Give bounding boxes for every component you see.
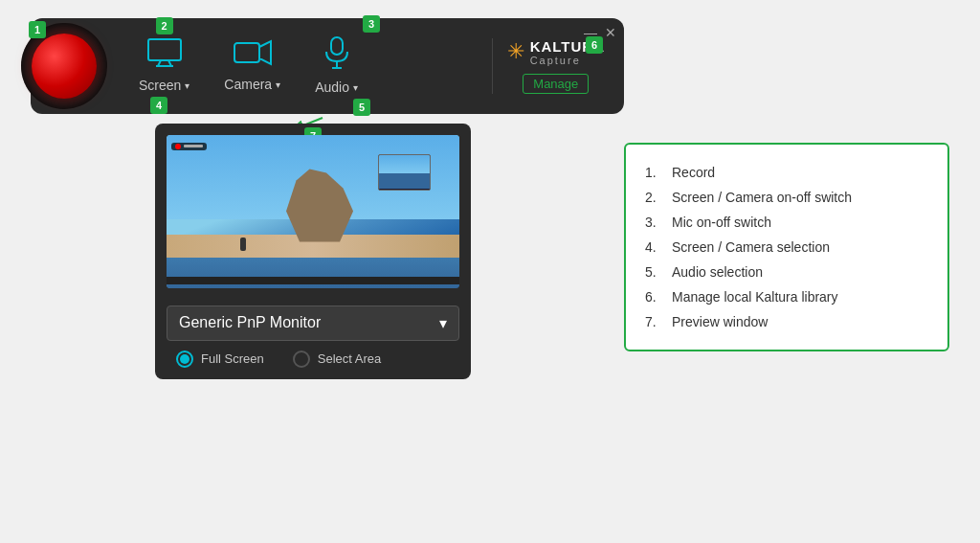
- monitor-chevron-icon: ▾: [439, 314, 447, 332]
- camera-chevron: ▾: [276, 79, 280, 90]
- controls: 2 Screen ▾ 4: [122, 36, 478, 95]
- preview-mini-water: [379, 173, 430, 189]
- screen-chevron: ▾: [185, 80, 189, 91]
- preview-mini-sky: [379, 155, 430, 174]
- manage-link[interactable]: Manage: [523, 74, 589, 94]
- info-item-num: 2.: [645, 190, 664, 205]
- audio-icon: [324, 36, 349, 76]
- badge-1: 1: [29, 21, 46, 38]
- badge-5: 5: [353, 99, 370, 116]
- info-list-item: 6.Manage local Kaltura library: [645, 284, 928, 309]
- badge-2: 2: [156, 17, 173, 34]
- preview-controls-bar: [167, 277, 459, 284]
- info-box: 1.Record2.Screen / Camera on-off switch3…: [624, 143, 949, 351]
- info-item-num: 3.: [645, 215, 664, 230]
- badge-4: 4: [150, 97, 167, 114]
- svg-rect-10: [331, 37, 343, 55]
- kaltura-star-icon: ✳: [507, 39, 524, 64]
- info-list-item: 4.Screen / Camera selection: [645, 235, 928, 260]
- main-container: 1 2 Screen ▾: [31, 18, 949, 526]
- camera-label-text[interactable]: Camera ▾: [224, 77, 280, 92]
- preview-bar: [184, 145, 203, 147]
- info-item-num: 4.: [645, 239, 664, 255]
- kaltura-sub: Capture: [530, 55, 605, 66]
- preview-person: [240, 238, 246, 251]
- info-item-text: Screen / Camera selection: [672, 239, 830, 255]
- info-item-text: Audio selection: [672, 264, 763, 280]
- screen-label[interactable]: Screen ▾: [139, 78, 189, 93]
- info-item-num: 7.: [645, 314, 664, 329]
- info-list-item: 7.Preview window: [645, 309, 928, 334]
- camera-text: Camera: [224, 77, 272, 92]
- preview-toolbar-mini: [171, 143, 207, 150]
- svg-marker-9: [259, 41, 271, 64]
- audio-chevron: ▾: [353, 82, 358, 93]
- preview-wrapper: 7: [167, 135, 459, 288]
- camera-control-group: Camera ▾: [207, 39, 298, 92]
- svg-rect-4: [148, 39, 181, 60]
- info-item-num: 6.: [645, 289, 664, 305]
- camera-icon: [234, 39, 272, 73]
- select-area-label: Select Area: [318, 351, 382, 366]
- record-btn-wrapper: 1: [21, 23, 107, 109]
- close-button[interactable]: ✕: [605, 26, 616, 39]
- preview-rec-dot: [175, 144, 181, 149]
- minimize-button[interactable]: —: [584, 26, 597, 39]
- full-screen-radio-inner: [180, 354, 189, 364]
- preview-image: [167, 135, 459, 288]
- record-button[interactable]: [32, 34, 97, 99]
- audio-label-text[interactable]: Audio ▾: [315, 79, 358, 95]
- info-list-item: 1.Record: [645, 160, 928, 185]
- full-screen-radio-circle: [176, 351, 193, 368]
- info-list-item: 2.Screen / Camera on-off switch: [645, 185, 928, 210]
- info-item-text: Manage local Kaltura library: [672, 289, 838, 305]
- info-item-text: Record: [672, 165, 715, 180]
- audio-control-group: 3 Audio ▾ 5: [298, 36, 375, 95]
- info-item-text: Screen / Camera on-off switch: [672, 190, 852, 205]
- screen-icon: [147, 38, 182, 74]
- select-area-radio[interactable]: Select Area: [293, 351, 382, 368]
- dropdown-panel: 7 Generic PnP Monitor ▾: [155, 124, 471, 379]
- full-screen-label: Full Screen: [201, 351, 264, 366]
- info-item-num: 1.: [645, 165, 664, 180]
- screen-text: Screen: [139, 78, 181, 93]
- preview-mini-window: [378, 154, 431, 191]
- badge-3: 3: [363, 15, 380, 33]
- monitor-select-dropdown[interactable]: Generic PnP Monitor ▾: [167, 305, 459, 341]
- info-item-num: 5.: [645, 264, 664, 280]
- info-list: 1.Record2.Screen / Camera on-off switch3…: [645, 160, 928, 334]
- monitor-label: Generic PnP Monitor: [179, 314, 321, 331]
- window-controls: — ✕: [584, 26, 616, 39]
- info-item-text: Mic on-off switch: [672, 215, 771, 230]
- audio-text: Audio: [315, 79, 349, 95]
- screen-control-group: 2 Screen ▾ 4: [122, 38, 207, 93]
- radio-group: Full Screen Select Area: [167, 351, 459, 368]
- select-area-radio-circle: [293, 351, 310, 368]
- info-list-item: 5.Audio selection: [645, 260, 928, 284]
- full-screen-radio[interactable]: Full Screen: [176, 351, 264, 368]
- info-item-text: Preview window: [672, 314, 768, 329]
- kaltura-section: 6 ✳ KALTURA Capture Manage: [492, 38, 605, 94]
- info-list-item: 3.Mic on-off switch: [645, 210, 928, 235]
- toolbar: 1 2 Screen ▾: [31, 18, 624, 114]
- svg-rect-8: [234, 43, 259, 62]
